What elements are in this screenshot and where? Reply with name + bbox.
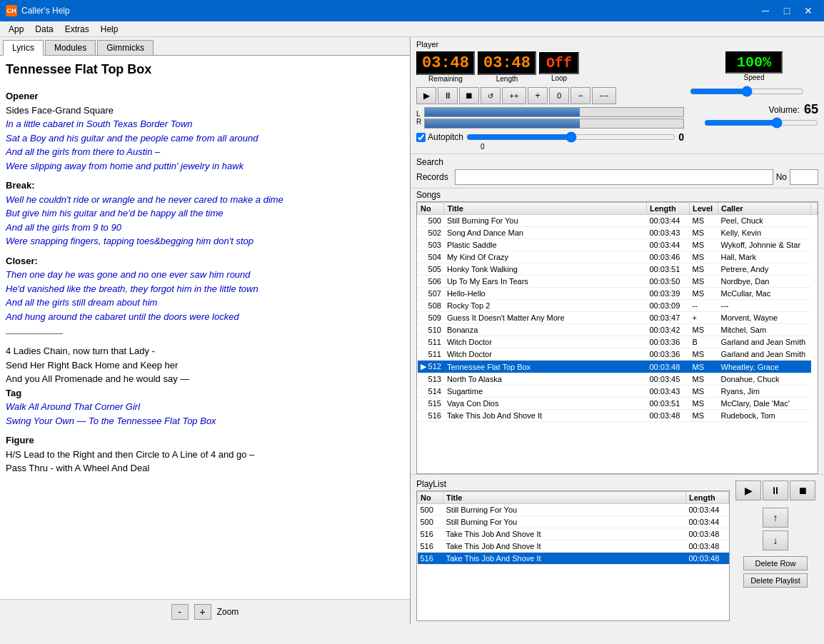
song-no: 506	[418, 276, 444, 288]
col-caller[interactable]: Caller	[718, 203, 811, 215]
speed-display: 100%	[725, 51, 783, 74]
volume-slider[interactable]	[704, 117, 818, 129]
song-length: 00:03:36	[647, 336, 690, 348]
table-row[interactable]: 508 Rocky Top 2 00:03:09 -- ---	[418, 300, 818, 312]
song-level: MS	[690, 386, 718, 398]
search-input[interactable]	[455, 169, 773, 185]
play-button[interactable]: ▶	[416, 87, 436, 104]
tab-modules[interactable]: Modules	[45, 40, 96, 55]
table-row[interactable]: ▶ 512 Tennessee Flat Top Box 00:03:48 MS…	[418, 361, 818, 373]
ff-button[interactable]: ++	[502, 87, 526, 104]
lyrics-line: He'd vanished like the breath, they forg…	[6, 282, 404, 296]
list-item[interactable]: 516 Take This Job And Shove It 00:03:48	[418, 553, 729, 565]
table-row[interactable]: 515 Vaya Con Dios 00:03:51 MS McClary, D…	[418, 398, 818, 410]
song-length: 00:03:45	[647, 373, 690, 386]
menu-app[interactable]: App	[3, 23, 29, 36]
stop-button[interactable]: ⏹	[459, 87, 479, 104]
delete-playlist-button[interactable]: Delete Playlist	[743, 573, 808, 588]
lyrics-line: Sides Face-Grand Square	[6, 104, 404, 118]
autopitch-checkbox[interactable]	[416, 133, 426, 142]
pl-pause-button[interactable]: ⏸	[763, 481, 788, 500]
table-row[interactable]: 506 Up To My Ears In Tears 00:03:50 MS N…	[418, 276, 818, 288]
table-row[interactable]: 503 Plastic Saddle 00:03:44 MS Wykoff, J…	[418, 239, 818, 251]
lyrics-line: And hung around the cabaret until the do…	[6, 310, 404, 324]
menu-extras[interactable]: Extras	[59, 23, 95, 36]
progress-bar-l[interactable]	[424, 107, 684, 117]
delete-row-button[interactable]: Delete Row	[743, 556, 808, 570]
pl-no: 500	[418, 516, 443, 528]
pause-button[interactable]: ⏸	[438, 87, 458, 104]
list-item[interactable]: 500 Still Burning For You 00:03:44	[418, 516, 729, 528]
col-title[interactable]: Title	[444, 203, 647, 215]
lyrics-line: Swing Your Own — To the Tennessee Flat T…	[6, 414, 404, 428]
volume-row: Volume: 65	[690, 102, 818, 117]
song-caller: McCullar, Mac	[718, 288, 811, 300]
list-item[interactable]: 516 Take This Job And Shove It 00:03:48	[418, 540, 729, 553]
table-row[interactable]: 511 Witch Doctor 00:03:36 B Garland and …	[418, 336, 818, 348]
table-row[interactable]: 516 Take This Job And Shove It 00:03:48 …	[418, 410, 818, 422]
loop-label: Loop	[551, 74, 567, 82]
song-no: 510	[418, 324, 444, 336]
pl-length: 00:03:44	[686, 516, 729, 528]
table-row[interactable]: 514 Sugartime 00:03:43 MS Ryans, Jim	[418, 386, 818, 398]
song-length: 00:03:46	[647, 251, 690, 263]
col-no[interactable]: No	[418, 203, 444, 215]
no-input[interactable]	[790, 169, 818, 185]
pl-play-button[interactable]: ▶	[735, 481, 761, 500]
loop-button[interactable]: ↺	[481, 87, 501, 104]
tab-lyrics[interactable]: Lyrics	[3, 40, 44, 56]
pl-col-title[interactable]: Title	[443, 492, 686, 504]
rew-button[interactable]: −−	[592, 87, 616, 104]
volume-label: Volume:	[769, 105, 800, 115]
song-level: MS	[690, 324, 718, 336]
remaining-display: 03:48	[416, 51, 475, 75]
song-title: Up To My Ears In Tears	[444, 276, 647, 288]
move-up-button[interactable]: ↑	[763, 508, 788, 528]
back-button[interactable]: −	[571, 87, 591, 104]
songs-table-container: No Title Length Level Caller 500 Still B…	[416, 201, 818, 474]
minimize-button[interactable]: ─	[755, 3, 775, 19]
section-break: Break:	[6, 178, 404, 193]
forward-button[interactable]: +	[528, 87, 548, 104]
pl-col-no[interactable]: No	[418, 492, 443, 504]
zoom-label: Zoom	[217, 607, 239, 617]
table-row[interactable]: 510 Bonanza 00:03:42 MS Mitchel, Sam	[418, 324, 818, 336]
zero-button[interactable]: 0	[549, 87, 569, 104]
table-row[interactable]: 513 North To Alaska 00:03:45 MS Donahue,…	[418, 373, 818, 386]
table-row[interactable]: 502 Song And Dance Man 00:03:43 MS Kelly…	[418, 227, 818, 239]
tab-gimmicks[interactable]: Gimmicks	[97, 40, 154, 55]
song-no: 513	[418, 373, 444, 386]
col-length[interactable]: Length	[647, 203, 690, 215]
song-title: Sugartime	[444, 386, 647, 398]
pl-col-length[interactable]: Length	[686, 492, 729, 504]
song-caller: Petrere, Andy	[718, 263, 811, 276]
list-item[interactable]: 500 Still Burning For You 00:03:44	[418, 504, 729, 516]
zoom-plus-button[interactable]: +	[194, 604, 211, 620]
table-row[interactable]: 507 Hello-Hello 00:03:39 MS McCullar, Ma…	[418, 288, 818, 300]
col-level[interactable]: Level	[690, 203, 718, 215]
move-down-button[interactable]: ↓	[763, 530, 788, 550]
pl-stop-button[interactable]: ⏹	[790, 481, 815, 500]
speed-slider[interactable]	[690, 86, 804, 97]
song-level: MS	[690, 348, 718, 361]
menu-data[interactable]: Data	[29, 23, 59, 36]
table-row[interactable]: 509 Guess It Doesn't Matter Any More 00:…	[418, 312, 818, 324]
list-item[interactable]: 516 Take This Job And Shove It 00:03:48	[418, 528, 729, 540]
close-button[interactable]: ✕	[798, 3, 818, 19]
maximize-button[interactable]: □	[777, 3, 797, 19]
progress-bar-r[interactable]	[424, 119, 684, 129]
song-level: MS	[690, 288, 718, 300]
table-row[interactable]: 504 My Kind Of Crazy 00:03:46 MS Hall, M…	[418, 251, 818, 263]
table-row[interactable]: 505 Honky Tonk Walking 00:03:51 MS Petre…	[418, 263, 818, 276]
table-row[interactable]: 511 Witch Doctor 00:03:36 MS Garland and…	[418, 348, 818, 361]
table-row[interactable]: 500 Still Burning For You 00:03:44 MS Pe…	[418, 215, 818, 227]
autopitch-checkbox-label[interactable]: Autopitch	[416, 132, 463, 142]
lyrics-line: And all the girls from 9 to 90	[6, 221, 404, 235]
menu-help[interactable]: Help	[95, 23, 124, 36]
autopitch-slider[interactable]	[466, 131, 675, 143]
remaining-label: Remaining	[428, 75, 463, 83]
zoom-minus-button[interactable]: -	[171, 604, 189, 620]
song-title: Still Burning For You	[444, 215, 647, 227]
pl-title: Still Burning For You	[443, 516, 686, 528]
pl-no: 516	[418, 540, 443, 553]
